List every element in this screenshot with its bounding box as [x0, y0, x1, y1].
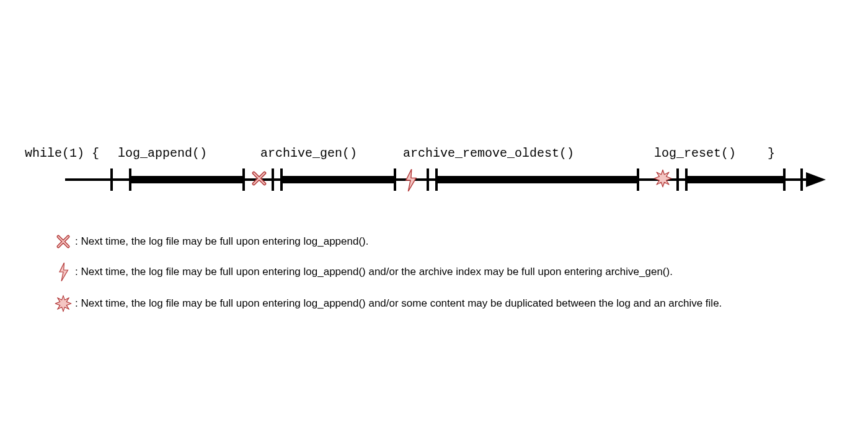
marker-x-icon	[251, 170, 267, 189]
marker-bolt-icon	[404, 169, 417, 194]
legend-x-text: : Next time, the log file may be full up…	[75, 234, 368, 249]
legend-x-icon	[53, 234, 74, 249]
timeline-axis	[0, 155, 868, 204]
legend: : Next time, the log file may be full up…	[53, 234, 722, 326]
legend-row-burst: : Next time, the log file may be full up…	[53, 295, 722, 312]
legend-burst-icon	[53, 295, 74, 312]
legend-burst-text: : Next time, the log file may be full up…	[75, 296, 722, 311]
legend-row-bolt: : Next time, the log file may be full up…	[53, 263, 722, 281]
legend-bolt-text: : Next time, the log file may be full up…	[75, 265, 673, 279]
legend-row-x: : Next time, the log file may be full up…	[53, 234, 722, 249]
marker-burst-icon	[653, 169, 672, 190]
svg-marker-1	[806, 172, 826, 187]
legend-bolt-icon	[53, 263, 74, 281]
